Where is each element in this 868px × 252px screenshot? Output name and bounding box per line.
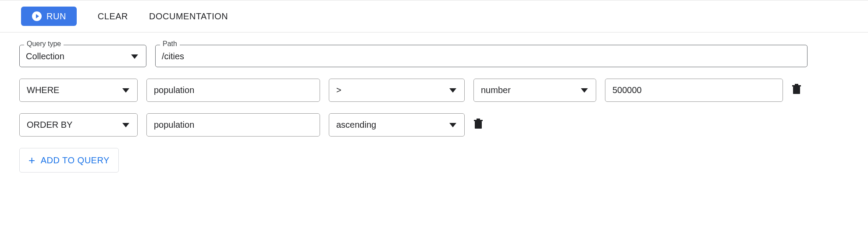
plus-icon: + xyxy=(28,155,36,166)
query-type-select[interactable]: Query type Collection xyxy=(19,45,146,67)
clear-button[interactable]: CLEAR xyxy=(98,11,128,22)
direction-select[interactable]: ascending xyxy=(329,113,465,137)
where-clause-row: WHERE population > number 500000 xyxy=(19,79,849,102)
query-header-row: Query type Collection Path /cities xyxy=(19,45,849,67)
svg-rect-2 xyxy=(793,86,800,94)
delete-clause-button[interactable] xyxy=(792,84,801,97)
trash-icon xyxy=(473,119,483,131)
svg-rect-4 xyxy=(795,84,798,85)
documentation-button[interactable]: DOCUMENTATION xyxy=(149,11,228,22)
svg-rect-7 xyxy=(477,119,480,120)
path-input[interactable]: Path /cities xyxy=(155,45,808,67)
operator-select[interactable]: > xyxy=(329,79,465,102)
run-button-label: RUN xyxy=(46,11,66,22)
run-button[interactable]: RUN xyxy=(21,7,77,26)
add-to-query-label: ADD TO QUERY xyxy=(41,155,110,166)
path-label: Path xyxy=(160,40,180,48)
play-icon xyxy=(32,11,42,22)
toolbar: RUN CLEAR DOCUMENTATION xyxy=(0,0,868,32)
chevron-down-icon xyxy=(131,54,138,59)
add-to-query-button[interactable]: + ADD TO QUERY xyxy=(19,148,119,173)
direction-value: ascending xyxy=(336,120,376,130)
field-input[interactable]: population xyxy=(146,79,320,102)
chevron-down-icon xyxy=(122,88,129,93)
svg-rect-3 xyxy=(792,85,801,86)
query-builder: Query type Collection Path /cities WHERE… xyxy=(0,32,868,185)
value-input[interactable]: 500000 xyxy=(605,79,783,102)
chevron-down-icon xyxy=(449,88,456,93)
trash-icon xyxy=(792,84,801,97)
chevron-down-icon xyxy=(449,123,456,127)
query-type-label: Query type xyxy=(24,40,64,48)
chevron-down-icon xyxy=(122,123,129,127)
operator-value: > xyxy=(336,85,342,95)
delete-clause-button[interactable] xyxy=(473,119,483,131)
value-value: 500000 xyxy=(612,85,642,95)
path-value: /cities xyxy=(162,51,184,61)
orderby-clause-row: ORDER BY population ascending xyxy=(19,113,849,137)
svg-rect-6 xyxy=(474,120,483,121)
field-value: population xyxy=(154,120,194,130)
clause-type-select[interactable]: WHERE xyxy=(19,79,138,102)
chevron-down-icon xyxy=(581,88,588,93)
clause-type-select[interactable]: ORDER BY xyxy=(19,113,138,137)
field-input[interactable]: population xyxy=(146,113,320,137)
value-type-value: number xyxy=(481,85,511,95)
clause-type-value: ORDER BY xyxy=(27,120,72,130)
field-value: population xyxy=(154,85,194,95)
value-type-select[interactable]: number xyxy=(473,79,596,102)
clause-type-value: WHERE xyxy=(27,85,59,95)
svg-rect-5 xyxy=(475,121,482,129)
query-type-value: Collection xyxy=(26,51,64,61)
